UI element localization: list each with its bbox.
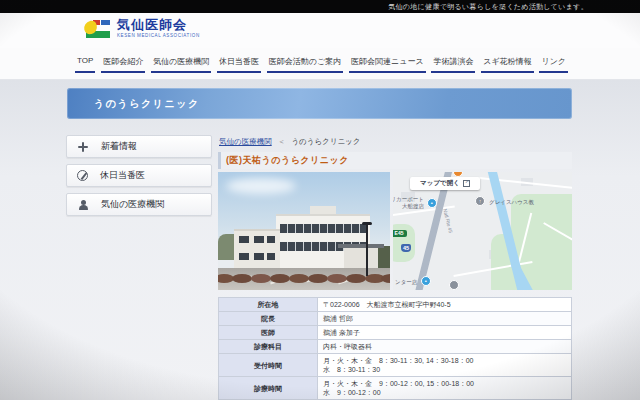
photo-lamp-post bbox=[366, 224, 368, 276]
clock-icon bbox=[77, 170, 88, 181]
clinic-title-bar: (医)天祐うのうらクリニック bbox=[218, 152, 572, 169]
open-in-new-icon bbox=[463, 180, 470, 187]
site-logo[interactable]: 気仙医師会 KESEN MEDICAL ASSOCIATION bbox=[84, 18, 200, 38]
store-poi-icon[interactable] bbox=[427, 198, 437, 208]
new-posts-icon bbox=[77, 141, 89, 153]
store-poi-partial-label: ンター店 bbox=[395, 279, 417, 286]
table-row: 医師 鵜浦 奈加子 bbox=[219, 326, 572, 340]
transit-poi-icon[interactable] bbox=[449, 280, 459, 290]
association-flag-icon bbox=[84, 19, 110, 38]
row-value: 内科・呼吸器科 bbox=[318, 340, 572, 354]
sidebar-item-news[interactable]: 新着情報 bbox=[66, 135, 212, 158]
sidebar-item-institutions[interactable]: 気仙の医療機関 bbox=[66, 193, 212, 216]
sidebar-item-holiday-doctor[interactable]: 休日当番医 bbox=[66, 164, 212, 187]
row-value: 月・火・木・金 9：00-12：00, 15：00-18：00水 9：00-12… bbox=[318, 377, 572, 400]
table-row: 診療時間 月・火・木・金 9：00-12：00, 15：00-18：00水 9：… bbox=[219, 377, 572, 400]
map-road-label: Natl Rte 45 bbox=[442, 208, 454, 234]
nav-item-pollen[interactable]: スギ花粉情報 bbox=[481, 56, 533, 73]
site-title: 気仙医師会 bbox=[117, 18, 200, 31]
nav-item-activities[interactable]: 医師会活動のご案内 bbox=[267, 56, 343, 73]
row-label: 院長 bbox=[219, 312, 318, 326]
breadcrumb: 気仙の医療機関 ＜ うのうらクリニック bbox=[219, 137, 360, 147]
row-value: 〒022-0006 大船渡市立根町字中野40-5 bbox=[318, 298, 572, 312]
clinic-title: (医)天祐うのうらクリニック bbox=[226, 154, 349, 167]
table-row: 所在地 〒022-0006 大船渡市立根町字中野40-5 bbox=[219, 298, 572, 312]
location-map[interactable]: Natl Rte 45 E45 45 リカーポート 大船渡店 グレイスハウス教 … bbox=[393, 172, 572, 290]
nav-item-lectures[interactable]: 学術講演会 bbox=[431, 56, 475, 73]
church-poi-label: グレイスハウス教 bbox=[489, 199, 534, 206]
page-banner-title: うのうらクリニック bbox=[67, 88, 572, 119]
nav-item-news[interactable]: 医師会関連ニュース bbox=[349, 56, 426, 73]
topbar: 気仙の地に健康で明るい暮らしを築くため活動しています。 bbox=[0, 0, 640, 13]
site-subtitle: KESEN MEDICAL ASSOCIATION bbox=[117, 33, 200, 38]
page: 気仙の地に健康で明るい暮らしを築くため活動しています。 気仙医師会 KESEN … bbox=[0, 0, 640, 400]
row-value: 鵜浦 奈加子 bbox=[318, 326, 572, 340]
nav-item-about[interactable]: 医師会紹介 bbox=[101, 56, 145, 73]
clinic-photo bbox=[218, 172, 390, 290]
sidebar-item-label: 新着情報 bbox=[101, 140, 137, 153]
topbar-tagline: 気仙の地に健康で明るい暮らしを築くため活動しています。 bbox=[388, 3, 588, 10]
page-banner: うのうらクリニック bbox=[67, 88, 572, 119]
breadcrumb-current: うのうらクリニック bbox=[291, 137, 360, 146]
expressway-shield: E45 bbox=[393, 230, 407, 237]
breadcrumb-parent-link[interactable]: 気仙の医療機関 bbox=[219, 137, 272, 146]
breadcrumb-separator: ＜ bbox=[278, 137, 286, 146]
open-in-maps-label: マップで開く bbox=[420, 179, 460, 188]
table-row: 院長 鵜浦 哲郎 bbox=[219, 312, 572, 326]
clinic-info-table: 所在地 〒022-0006 大船渡市立根町字中野40-5 院長 鵜浦 哲郎 医師… bbox=[218, 297, 572, 400]
nav-item-holiday-doctor[interactable]: 休日当番医 bbox=[217, 56, 261, 73]
site-logo-text: 気仙医師会 KESEN MEDICAL ASSOCIATION bbox=[117, 18, 200, 38]
table-row: 診療科目 内科・呼吸器科 bbox=[219, 340, 572, 354]
nav-item-institutions[interactable]: 気仙の医療機関 bbox=[151, 56, 211, 73]
sidebar-item-label: 休日当番医 bbox=[100, 169, 145, 182]
person-icon bbox=[77, 199, 89, 211]
church-poi-icon[interactable] bbox=[475, 196, 485, 206]
row-value: 月・火・木・金 8：30-11：30, 14：30-18：00水 8：30-11… bbox=[318, 354, 572, 377]
row-label: 受付時間 bbox=[219, 354, 318, 377]
open-in-maps-button[interactable]: マップで開く bbox=[410, 177, 480, 190]
main-nav: TOP 医師会紹介 気仙の医療機関 休日当番医 医師会活動のご案内 医師会関連ニ… bbox=[0, 48, 640, 80]
route-45-shield: 45 bbox=[401, 244, 411, 252]
table-row: 受付時間 月・火・木・金 8：30-11：30, 14：30-18：00水 8：… bbox=[219, 354, 572, 377]
site-header: 気仙医師会 KESEN MEDICAL ASSOCIATION bbox=[0, 13, 640, 48]
row-value: 鵜浦 哲郎 bbox=[318, 312, 572, 326]
nav-item-links[interactable]: リンク bbox=[539, 56, 568, 73]
store-poi-label: リカーポート 大船渡店 bbox=[393, 196, 424, 209]
row-label: 医師 bbox=[219, 326, 318, 340]
row-label: 診療時間 bbox=[219, 377, 318, 400]
row-label: 所在地 bbox=[219, 298, 318, 312]
nav-item-top[interactable]: TOP bbox=[75, 56, 95, 73]
store-poi-icon[interactable] bbox=[421, 276, 431, 286]
sidebar-item-label: 気仙の医療機関 bbox=[101, 198, 164, 211]
row-label: 診療科目 bbox=[219, 340, 318, 354]
